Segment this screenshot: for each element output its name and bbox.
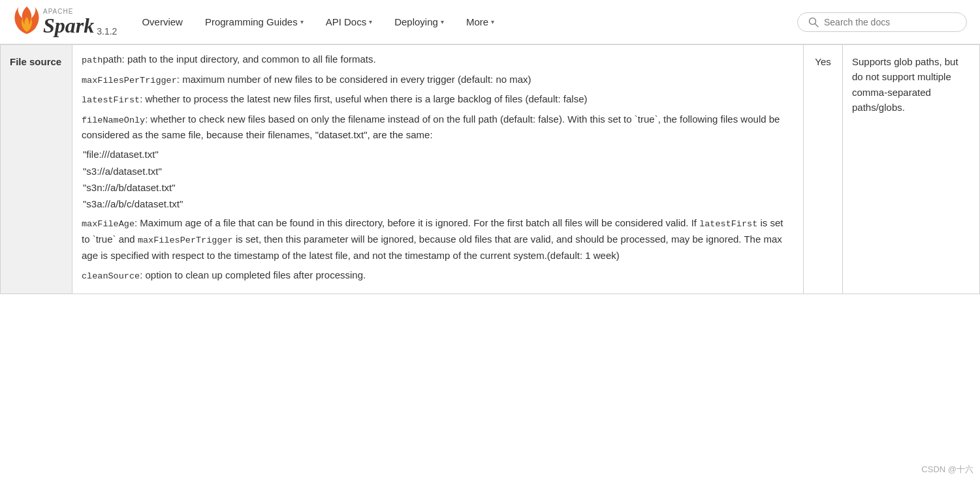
table-row: File source pathpath: path to the input … — [1, 45, 980, 294]
row-notes-cell: Supports glob paths, but do not support … — [843, 45, 980, 294]
spark-flame-icon — [13, 5, 40, 39]
nav-overview[interactable]: Overview — [133, 11, 192, 33]
latest-first-ref: latestFirst — [699, 219, 757, 229]
nav-programming-guides[interactable]: Programming Guides ▾ — [196, 11, 313, 33]
max-files-text: : maximum number of new files to be cons… — [177, 74, 531, 85]
latest-first-option: latestFirst: whether to process the late… — [82, 91, 794, 108]
chevron-down-icon: ▾ — [491, 18, 494, 25]
chevron-down-icon: ▾ — [300, 18, 304, 25]
row-content-cell: pathpath: path to the input directory, a… — [72, 45, 804, 294]
nav-more[interactable]: More ▾ — [457, 11, 503, 33]
table-area: File source pathpath: path to the input … — [0, 44, 980, 482]
watermark: CSDN @十六 — [921, 464, 973, 475]
path-line-2: "s3://a/dataset.txt" — [82, 164, 794, 179]
search-icon — [808, 17, 819, 27]
chevron-down-icon: ▾ — [369, 18, 372, 25]
row-mandatory-cell: Yes — [804, 45, 843, 294]
clean-source-key: cleanSource — [82, 271, 140, 281]
row-name-cell: File source — [1, 45, 72, 294]
path-line-3: "s3n://a/b/dataset.txt" — [82, 180, 794, 195]
notes-text: Supports glob paths, but do not support … — [852, 56, 958, 113]
path-line-4: "s3a://a/b/c/dataset.txt" — [82, 196, 794, 211]
svg-line-1 — [815, 23, 819, 27]
latest-first-text: : whether to process the latest new file… — [140, 93, 587, 104]
source-name: File source — [10, 56, 61, 67]
logo-link[interactable]: APACHE Spark 3.1.2 — [13, 5, 117, 39]
spark-label: Spark — [43, 15, 94, 36]
max-file-age-key: maxFileAge — [82, 219, 134, 229]
navbar: APACHE Spark 3.1.2 Overview Programming … — [0, 0, 980, 44]
search-input[interactable] — [824, 17, 956, 27]
clean-source-text: : option to clean up completed files aft… — [140, 269, 366, 280]
max-files-ref: maxFilesPerTrigger — [138, 235, 233, 245]
chevron-down-icon: ▾ — [441, 18, 444, 25]
max-files-key: maxFilesPerTrigger — [82, 76, 177, 85]
latest-first-key: latestFirst — [82, 95, 140, 105]
path-desc-text: path: path to the input directory, and c… — [103, 53, 375, 65]
max-files-option: maxFilesPerTrigger: maximum number of ne… — [82, 72, 794, 88]
file-name-only-key: fileNameOnly — [82, 115, 145, 125]
path-line-1: "file:///dataset.txt" — [82, 147, 794, 162]
clean-source-option: cleanSource: option to clean up complete… — [82, 267, 794, 284]
version-label: 3.1.2 — [97, 26, 117, 39]
nav-api-docs[interactable]: API Docs ▾ — [317, 11, 382, 33]
file-name-only-text: : whether to check new files based on on… — [82, 113, 780, 141]
nav-deploying[interactable]: Deploying ▾ — [385, 11, 453, 33]
logo-text: APACHE Spark — [43, 8, 94, 36]
options-table: File source pathpath: path to the input … — [0, 44, 980, 294]
mandatory-value: Yes — [815, 56, 830, 67]
path-description: pathpath: path to the input directory, a… — [82, 52, 794, 68]
path-key: path — [82, 55, 103, 65]
max-file-age-option: maxFileAge: Maximum age of a file that c… — [82, 215, 794, 263]
file-name-only-option: fileNameOnly: whether to check new files… — [82, 112, 794, 143]
content-wrapper: File source pathpath: path to the input … — [0, 44, 980, 482]
search-box[interactable] — [797, 12, 967, 32]
max-file-age-text1: : Maximum age of a file that can be foun… — [134, 217, 699, 228]
